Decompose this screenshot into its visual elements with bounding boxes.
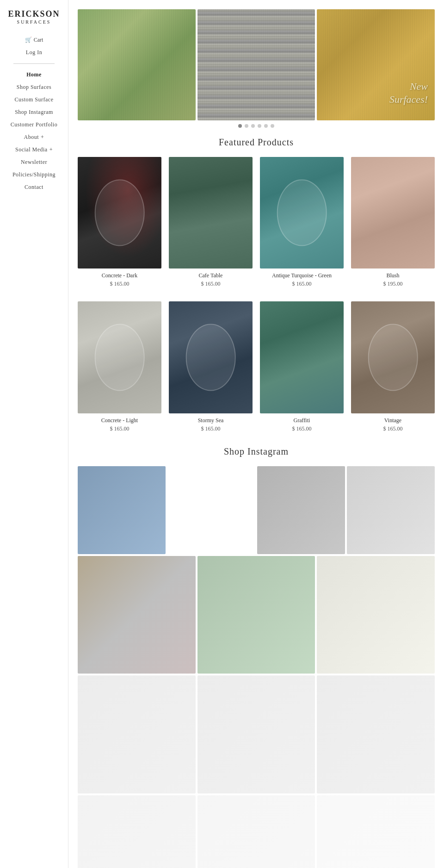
hero-panel-wood[interactable] bbox=[197, 9, 315, 120]
product-price-cafe-table: $ 165.00 bbox=[201, 281, 221, 287]
cart-label: Cart bbox=[34, 37, 43, 44]
main-nav: Home Shop Surfaces Custom Surface Shop I… bbox=[0, 69, 68, 194]
product-card-stormy-sea[interactable]: Stormy Sea $ 165.00 bbox=[169, 301, 253, 432]
featured-products-section: Featured Products Concrete - Dark $ 165.… bbox=[78, 137, 435, 432]
product-price-graffiti: $ 165.00 bbox=[292, 425, 312, 432]
instagram-item-5[interactable] bbox=[78, 556, 196, 674]
product-price-vintage: $ 165.00 bbox=[383, 425, 403, 432]
product-price-concrete-light: $ 165.00 bbox=[110, 425, 130, 432]
nav-shop-instagram[interactable]: Shop Instagram bbox=[0, 106, 68, 119]
product-card-concrete-dark[interactable]: Concrete - Dark $ 165.00 bbox=[78, 157, 161, 287]
product-price-stormy-sea: $ 165.00 bbox=[201, 425, 221, 432]
product-name-vintage: Vintage bbox=[384, 417, 401, 424]
nav-about[interactable]: About + bbox=[0, 131, 68, 144]
instagram-row-2 bbox=[78, 556, 435, 674]
about-label: About bbox=[24, 134, 39, 141]
cart-icon: 🛒 bbox=[25, 37, 32, 44]
food-overlay-5 bbox=[368, 324, 418, 391]
nav-contact[interactable]: Contact bbox=[0, 181, 68, 194]
dot-3[interactable] bbox=[251, 124, 255, 128]
product-name-concrete-dark: Concrete - Dark bbox=[102, 272, 137, 279]
nav-home[interactable]: Home bbox=[0, 69, 68, 81]
logo: ERICKSON SURFACES bbox=[3, 9, 64, 25]
instagram-item-1[interactable] bbox=[78, 466, 166, 554]
product-card-cafe-table[interactable]: Cafe Table $ 165.00 bbox=[169, 157, 253, 287]
dot-1[interactable] bbox=[238, 124, 242, 128]
brand-name-line1: ERICKSON bbox=[8, 9, 60, 19]
instagram-item-7[interactable] bbox=[317, 556, 435, 674]
slider-dots bbox=[78, 124, 435, 128]
cart-link[interactable]: 🛒 Cart bbox=[25, 34, 43, 46]
instagram-row-3 bbox=[78, 675, 435, 793]
product-name-cafe-table: Cafe Table bbox=[199, 272, 223, 279]
social-plus-icon: + bbox=[49, 146, 53, 153]
product-image-concrete-light bbox=[78, 301, 161, 413]
social-label: Social Media bbox=[15, 146, 48, 153]
nav-social-media[interactable]: Social Media + bbox=[0, 144, 68, 156]
new-surfaces-text: New Surfaces! bbox=[389, 80, 428, 106]
instagram-row-4 bbox=[78, 795, 435, 868]
instagram-item-12[interactable] bbox=[197, 795, 315, 868]
product-image-vintage bbox=[351, 301, 435, 413]
main-content: New Surfaces! Featured Products Concrete… bbox=[68, 0, 444, 868]
food-overlay-2 bbox=[277, 179, 327, 246]
product-image-blush bbox=[351, 157, 435, 269]
product-image-stormy-sea bbox=[169, 301, 253, 413]
about-plus-icon: + bbox=[41, 134, 44, 141]
products-grid-row1: Concrete - Dark $ 165.00 Cafe Table $ 16… bbox=[78, 157, 435, 287]
product-price-blush: $ 195.00 bbox=[383, 281, 403, 287]
instagram-item-10[interactable] bbox=[317, 675, 435, 793]
dot-6[interactable] bbox=[271, 124, 274, 128]
product-price-antique-turquoise: $ 165.00 bbox=[292, 281, 312, 287]
product-image-concrete-dark bbox=[78, 157, 161, 269]
product-image-antique-turquoise bbox=[260, 157, 344, 269]
product-name-stormy-sea: Stormy Sea bbox=[198, 417, 224, 424]
instagram-item-8[interactable] bbox=[78, 675, 196, 793]
nav-shop-surfaces[interactable]: Shop Surfaces bbox=[0, 81, 68, 94]
food-overlay-4 bbox=[185, 324, 236, 391]
instagram-item-2[interactable] bbox=[167, 466, 255, 554]
instagram-title: Shop Instagram bbox=[78, 446, 435, 457]
product-card-blush[interactable]: Blush $ 195.00 bbox=[351, 157, 435, 287]
product-name-blush: Blush bbox=[386, 272, 399, 279]
featured-products-title: Featured Products bbox=[78, 137, 435, 148]
nav-customer-portfolio[interactable]: Customer Portfolio bbox=[0, 119, 68, 131]
nav-newsletter[interactable]: Newsletter bbox=[0, 156, 68, 169]
instagram-item-13[interactable] bbox=[317, 795, 435, 868]
login-link[interactable]: Log In bbox=[0, 46, 68, 59]
food-overlay-3 bbox=[94, 324, 145, 391]
product-price-concrete-dark: $ 165.00 bbox=[110, 281, 130, 287]
hero-panel-green[interactable] bbox=[78, 9, 196, 120]
sidebar: ERICKSON SURFACES 🛒 Cart Log In Home Sho… bbox=[0, 0, 68, 868]
product-image-cafe-table bbox=[169, 157, 253, 269]
dot-2[interactable] bbox=[245, 124, 248, 128]
nav-custom-surface[interactable]: Custom Surface bbox=[0, 94, 68, 106]
hero-slider: New Surfaces! bbox=[78, 9, 435, 128]
dot-4[interactable] bbox=[258, 124, 261, 128]
instagram-section: Shop Instagram bbox=[78, 446, 435, 868]
instagram-item-3[interactable] bbox=[257, 466, 345, 554]
product-name-graffiti: Graffiti bbox=[294, 417, 310, 424]
products-grid-row2: Concrete - Light $ 165.00 Stormy Sea $ 1… bbox=[78, 301, 435, 432]
hero-panel-gold[interactable]: New Surfaces! bbox=[317, 9, 435, 120]
nav-policies-shipping[interactable]: Policies/Shipping bbox=[0, 169, 68, 181]
product-name-antique-turquoise: Antique Turquoise - Green bbox=[272, 272, 332, 279]
instagram-item-9[interactable] bbox=[197, 675, 315, 793]
instagram-item-6[interactable] bbox=[197, 556, 315, 674]
product-name-concrete-light: Concrete - Light bbox=[101, 417, 138, 424]
product-card-vintage[interactable]: Vintage $ 165.00 bbox=[351, 301, 435, 432]
product-card-antique-turquoise[interactable]: Antique Turquoise - Green $ 165.00 bbox=[260, 157, 344, 287]
product-card-graffiti[interactable]: Graffiti $ 165.00 bbox=[260, 301, 344, 432]
brand-name-line2: SURFACES bbox=[8, 19, 60, 25]
instagram-item-4[interactable] bbox=[347, 466, 435, 554]
product-card-concrete-light[interactable]: Concrete - Light $ 165.00 bbox=[78, 301, 161, 432]
instagram-row-1 bbox=[78, 466, 435, 554]
dot-5[interactable] bbox=[264, 124, 268, 128]
product-image-graffiti bbox=[260, 301, 344, 413]
food-overlay bbox=[94, 179, 145, 246]
sidebar-divider bbox=[13, 63, 54, 64]
instagram-item-11[interactable] bbox=[78, 795, 196, 868]
